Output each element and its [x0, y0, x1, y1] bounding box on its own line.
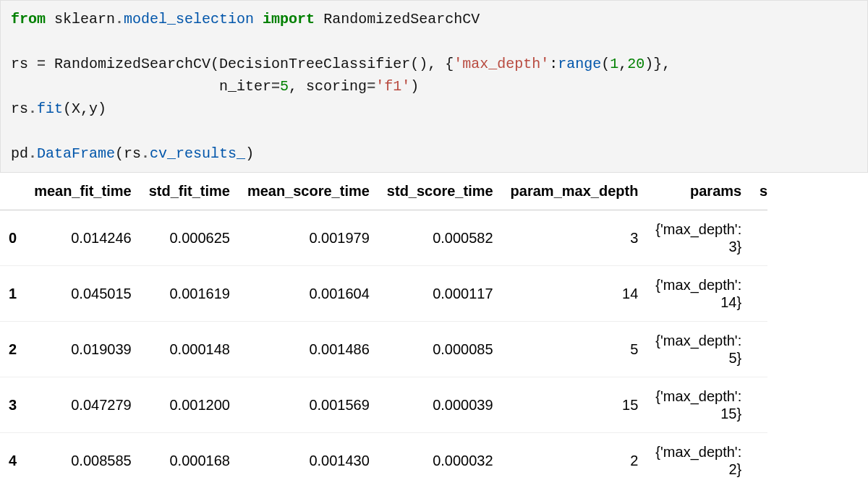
table-row: 3 0.047279 0.001200 0.001569 0.000039 15…	[0, 377, 767, 433]
dict-key: 'max_depth'	[454, 56, 549, 72]
col-std-fit-time: std_fit_time	[140, 173, 239, 210]
cell-param-max-depth: 15	[502, 377, 647, 433]
indent	[11, 78, 219, 95]
close-paren: )	[245, 145, 254, 162]
col-params: params	[647, 173, 750, 210]
comma: ,	[618, 56, 627, 72]
params-line2: 14}	[655, 294, 741, 311]
row-index: 2	[0, 322, 25, 377]
var-rs: rs	[11, 100, 28, 117]
params-line1: {'max_depth':	[655, 443, 741, 461]
cell-mean-score-time: 0.001569	[239, 377, 378, 433]
table-row: 4 0.008585 0.000168 0.001430 0.000032 2 …	[0, 433, 767, 489]
col-std-score-time: std_score_time	[378, 173, 502, 210]
fit-args: (X,y)	[63, 100, 106, 117]
dataframe-output: mean_fit_time std_fit_time mean_score_ti…	[0, 173, 868, 488]
cell-mean-score-time: 0.001604	[239, 266, 378, 322]
dot: .	[28, 145, 37, 162]
cell-param-max-depth: 5	[502, 322, 647, 377]
params-line1: {'max_depth':	[655, 332, 741, 349]
row-index: 0	[0, 210, 25, 266]
colon: :	[549, 56, 558, 72]
module-model-selection: model_selection	[124, 11, 254, 27]
equals: =	[271, 78, 280, 95]
row-index: 3	[0, 377, 25, 433]
args: (), {	[410, 56, 454, 72]
number-twenty: 20	[627, 56, 644, 72]
call-range: range	[558, 56, 601, 72]
cell-truncated	[750, 377, 767, 433]
number-five: 5	[280, 78, 289, 95]
cell-std-fit-time: 0.000168	[140, 433, 239, 489]
table-header-row: mean_fit_time std_fit_time mean_score_ti…	[0, 173, 767, 210]
call-decisiontreeclassifier: DecisionTreeClassifier	[219, 56, 410, 72]
table-row: 2 0.019039 0.000148 0.001486 0.000085 5 …	[0, 322, 767, 377]
module-pd: pd	[11, 145, 28, 162]
params-line2: 2}	[655, 461, 741, 478]
equals: =	[367, 78, 375, 95]
cell-mean-score-time: 0.001430	[239, 433, 378, 489]
call-randomizedsearchcv: RandomizedSearchCV	[54, 56, 210, 72]
params-line1: {'max_depth':	[655, 276, 741, 294]
close: )},	[644, 56, 671, 72]
cell-std-score-time: 0.000085	[378, 322, 502, 377]
cell-truncated	[750, 210, 767, 266]
cell-std-score-time: 0.000582	[378, 210, 502, 266]
keyword-import: import	[263, 11, 315, 27]
var-rs: rs	[11, 56, 28, 72]
cell-mean-fit-time: 0.008585	[25, 433, 140, 489]
dataframe-table: mean_fit_time std_fit_time mean_score_ti…	[0, 173, 767, 488]
number-one: 1	[610, 56, 618, 72]
table-row: 0 0.014246 0.000625 0.001979 0.000582 3 …	[0, 210, 767, 266]
class-randomizedsearchcv: RandomizedSearchCV	[323, 11, 480, 27]
cell-param-max-depth: 2	[502, 433, 647, 489]
cell-std-fit-time: 0.001619	[140, 266, 239, 322]
cell-std-fit-time: 0.000148	[140, 322, 239, 377]
kwarg-scoring: , scoring	[289, 78, 367, 95]
cell-std-score-time: 0.000117	[378, 266, 502, 322]
cell-mean-score-time: 0.001979	[239, 210, 378, 266]
call-dataframe: DataFrame	[37, 145, 115, 162]
cell-mean-fit-time: 0.047279	[25, 377, 140, 433]
cell-param-max-depth: 3	[502, 210, 647, 266]
module-sklearn: sklearn	[54, 11, 115, 27]
cell-std-score-time: 0.000032	[378, 433, 502, 489]
paren-rs: (rs	[115, 145, 141, 162]
close-paren: )	[410, 78, 419, 95]
cell-params: {'max_depth':15}	[647, 377, 750, 433]
paren: (	[601, 56, 610, 72]
code-cell: from sklearn.model_selection import Rand…	[0, 0, 868, 173]
params-line2: 15}	[655, 405, 741, 422]
params-line2: 3}	[655, 238, 741, 255]
params-line2: 5}	[655, 349, 741, 367]
dot: .	[28, 100, 37, 117]
cell-param-max-depth: 14	[502, 266, 647, 322]
cell-truncated	[750, 266, 767, 322]
cell-std-fit-time: 0.000625	[140, 210, 239, 266]
params-line1: {'max_depth':	[655, 221, 741, 238]
cell-params: {'max_depth':14}	[647, 266, 750, 322]
cell-std-score-time: 0.000039	[378, 377, 502, 433]
cell-std-fit-time: 0.001200	[140, 377, 239, 433]
col-truncated: s	[750, 173, 767, 210]
cell-mean-fit-time: 0.019039	[25, 322, 140, 377]
cell-truncated	[750, 322, 767, 377]
cell-mean-score-time: 0.001486	[239, 322, 378, 377]
dot: .	[141, 145, 150, 162]
table-row: 1 0.045015 0.001619 0.001604 0.000117 14…	[0, 266, 767, 322]
cell-params: {'max_depth':3}	[647, 210, 750, 266]
paren: (	[210, 56, 219, 72]
cell-params: {'max_depth':2}	[647, 433, 750, 489]
row-index: 1	[0, 266, 25, 322]
index-header	[0, 173, 25, 210]
params-line1: {'max_depth':	[655, 388, 741, 405]
cell-truncated	[750, 433, 767, 489]
string-f1: 'f1'	[375, 78, 410, 95]
dot: .	[115, 11, 124, 27]
cell-params: {'max_depth':5}	[647, 322, 750, 377]
method-fit: fit	[37, 100, 63, 117]
cell-mean-fit-time: 0.045015	[25, 266, 140, 322]
keyword-from: from	[11, 11, 46, 27]
equals: =	[28, 56, 54, 72]
kwarg-niter: n_iter	[219, 78, 271, 95]
